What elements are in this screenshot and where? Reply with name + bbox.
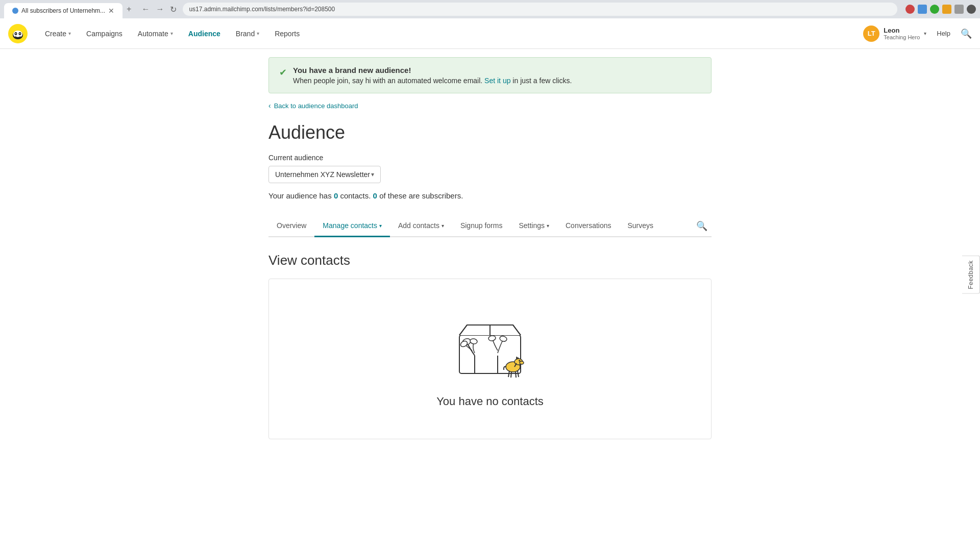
nav-create[interactable]: Create ▾ xyxy=(38,26,78,42)
automate-chevron-icon: ▾ xyxy=(170,31,173,36)
banner-text-after: in just a few clicks. xyxy=(512,77,572,85)
settings-chevron-icon: ▾ xyxy=(547,223,549,229)
user-chevron-icon[interactable]: ▾ xyxy=(924,31,926,36)
nav-brand[interactable]: Brand ▾ xyxy=(229,26,266,42)
user-info: Leon Teaching Hero xyxy=(884,27,920,40)
nav-items: Create ▾ Campaigns Automate ▾ Audience B… xyxy=(38,26,863,42)
create-chevron-icon: ▾ xyxy=(68,31,71,36)
subnav-item-manage-contacts[interactable]: Manage contacts ▾ xyxy=(314,215,390,237)
browser-icon-6 xyxy=(967,5,976,14)
empty-contacts-card: You have no contacts xyxy=(268,279,712,439)
check-circle-icon: ✔ xyxy=(279,67,287,78)
browser-tabs: All subscribers of Unternehm... ✕ + xyxy=(4,0,135,18)
url-text: us17.admin.mailchimp.com/lists/members?i… xyxy=(189,6,335,13)
svg-point-27 xyxy=(519,360,521,362)
audience-select-value: Unternehmen XYZ Newsletter xyxy=(275,170,370,179)
subnav-item-signup-forms[interactable]: Signup forms xyxy=(452,215,510,237)
feedback-wrapper: Feedback xyxy=(962,256,980,295)
contacts-text-3: of these are subscribers. xyxy=(379,191,463,200)
browser-tab-active[interactable]: All subscribers of Unternehm... ✕ xyxy=(4,3,122,18)
svg-point-5 xyxy=(15,33,16,34)
empty-contacts-title: You have no contacts xyxy=(436,395,544,408)
brand-chevron-icon: ▾ xyxy=(257,31,259,36)
browser-icon-1 xyxy=(905,5,915,14)
audience-select[interactable]: Unternehmen XYZ Newsletter ▾ xyxy=(268,166,381,183)
avatar: LT xyxy=(863,26,879,42)
contacts-text-2: contacts. xyxy=(340,191,371,200)
subnav-item-overview[interactable]: Overview xyxy=(268,215,314,237)
main-area: ‹ Back to audience dashboard Audience Cu… xyxy=(260,102,720,460)
banner-setup-link[interactable]: Set it up xyxy=(484,77,510,85)
banner-title: You have a brand new audience! xyxy=(293,66,572,74)
view-contacts-title: View contacts xyxy=(268,253,712,268)
user-name: Leon xyxy=(884,27,920,34)
nav-search-icon[interactable]: 🔍 xyxy=(961,28,972,39)
select-chevron-icon: ▾ xyxy=(371,171,374,178)
subnav-search-icon[interactable]: 🔍 xyxy=(692,216,712,236)
new-audience-banner: ✔ You have a brand new audience! When pe… xyxy=(268,57,712,93)
nav-forward-button[interactable]: → xyxy=(154,4,166,15)
svg-point-26 xyxy=(518,358,519,359)
svg-line-24 xyxy=(516,371,516,378)
content: ✔ You have a brand new audience! When pe… xyxy=(0,49,980,551)
browser-icon-5 xyxy=(954,5,964,14)
browser-icon-4 xyxy=(942,5,951,14)
empty-illustration xyxy=(439,310,541,383)
banner-text-before: When people join, say hi with an automat… xyxy=(293,77,482,85)
back-arrow-icon: ‹ xyxy=(268,102,271,110)
top-nav: Create ▾ Campaigns Automate ▾ Audience B… xyxy=(0,18,980,49)
tab-title: All subscribers of Unternehm... xyxy=(21,7,105,14)
svg-line-23 xyxy=(511,371,511,378)
svg-point-20 xyxy=(520,361,524,364)
app: Create ▾ Campaigns Automate ▾ Audience B… xyxy=(0,18,980,551)
contacts-count-1: 0 xyxy=(334,191,338,200)
feedback-button[interactable]: Feedback xyxy=(962,256,980,294)
back-to-dashboard-link[interactable]: ‹ Back to audience dashboard xyxy=(268,102,712,110)
nav-back-button[interactable]: ← xyxy=(139,4,152,15)
nav-audience[interactable]: Audience xyxy=(181,26,228,42)
new-tab-button[interactable]: + xyxy=(122,3,135,16)
nav-right: LT Leon Teaching Hero ▾ Help 🔍 xyxy=(863,26,972,42)
svg-point-6 xyxy=(19,33,20,34)
nav-automate[interactable]: Automate ▾ xyxy=(131,26,180,42)
browser-icons xyxy=(905,5,976,14)
subnav-item-add-contacts[interactable]: Add contacts ▾ xyxy=(390,215,452,237)
logo[interactable] xyxy=(8,24,28,43)
user-role: Teaching Hero xyxy=(884,34,920,40)
nav-reports[interactable]: Reports xyxy=(267,26,307,42)
browser-icon-3 xyxy=(930,5,939,14)
subnav-item-settings[interactable]: Settings ▾ xyxy=(510,215,557,237)
nav-refresh-button[interactable]: ↻ xyxy=(168,4,179,15)
add-contacts-chevron-icon: ▾ xyxy=(442,223,444,229)
browser-chrome: All subscribers of Unternehm... ✕ + ← → … xyxy=(0,0,980,18)
current-audience-label: Current audience xyxy=(268,154,712,162)
page-title: Audience xyxy=(268,122,712,143)
contacts-info: Your audience has 0 contacts. 0 of these… xyxy=(268,191,712,200)
tab-close-button[interactable]: ✕ xyxy=(108,7,114,15)
nav-help[interactable]: Help xyxy=(933,28,954,39)
user-section[interactable]: LT Leon Teaching Hero ▾ xyxy=(863,26,926,42)
address-bar[interactable]: us17.admin.mailchimp.com/lists/members?i… xyxy=(183,3,897,16)
contacts-count-2: 0 xyxy=(373,191,377,200)
subnav-item-conversations[interactable]: Conversations xyxy=(557,215,620,237)
manage-contacts-chevron-icon: ▾ xyxy=(379,223,382,229)
browser-icon-2 xyxy=(918,5,927,14)
banner-text: You have a brand new audience! When peop… xyxy=(293,66,572,85)
subnav-item-surveys[interactable]: Surveys xyxy=(620,215,662,237)
contacts-text-1: Your audience has xyxy=(268,191,332,200)
sub-nav: Overview Manage contacts ▾ Add contacts … xyxy=(268,215,712,237)
nav-campaigns[interactable]: Campaigns xyxy=(79,26,130,42)
browser-nav: ← → ↻ xyxy=(139,4,179,15)
tab-favicon xyxy=(12,8,18,14)
